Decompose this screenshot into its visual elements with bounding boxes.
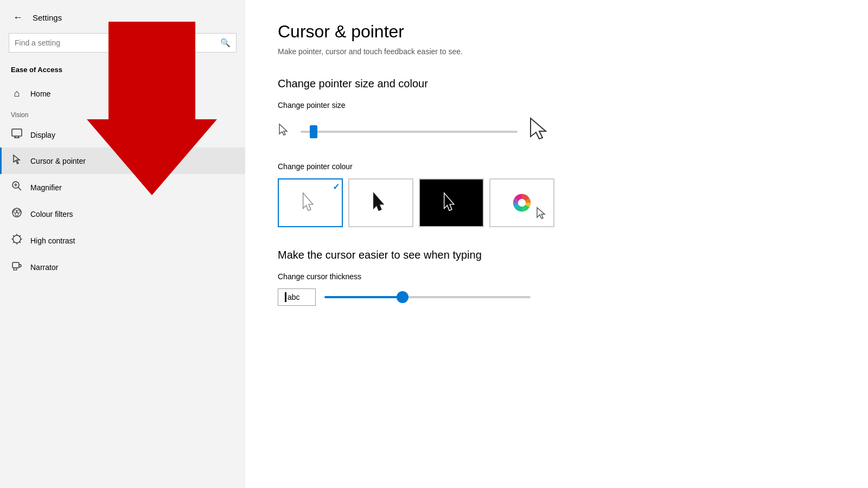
color-wheel-icon (512, 193, 532, 213)
search-box[interactable]: 🔍 (9, 33, 237, 53)
cursor-thickness-label: Change cursor thickness (278, 272, 835, 281)
page-subtitle: Make pointer, cursor and touch feedback … (278, 47, 835, 56)
colour-option-default[interactable] (348, 178, 413, 227)
svg-point-27 (518, 199, 526, 207)
svg-line-21 (13, 235, 14, 236)
pointer-size-label: Change pointer size (278, 101, 835, 110)
sidebar-item-label: High contrast (30, 236, 75, 245)
large-cursor-icon (528, 117, 550, 146)
colour-options: ✓ (278, 178, 835, 227)
svg-rect-1 (12, 129, 22, 136)
sidebar-item-label: Display (30, 131, 55, 139)
sidebar-item-label: Magnifier (30, 183, 62, 192)
pointer-section-title: Change pointer size and colour (278, 78, 835, 90)
sidebar-item-narrator[interactable]: Narrator (0, 254, 245, 280)
sidebar-item-colour-filters[interactable]: Colour filters (0, 201, 245, 227)
svg-rect-22 (12, 262, 19, 268)
narrator-icon (11, 260, 23, 274)
sidebar: ← Settings 🔍 Ease of Access ⌂ Home Visio… (0, 0, 245, 488)
ease-of-access-label: Ease of Access (0, 61, 245, 81)
search-input[interactable] (9, 38, 215, 47)
cursor-thickness-slider[interactable] (324, 296, 531, 298)
sidebar-item-label: Cursor & pointer (30, 157, 86, 165)
cursor-section-title: Make the cursor easier to see when typin… (278, 249, 835, 261)
search-button[interactable]: 🔍 (215, 38, 236, 48)
page-title: Cursor & pointer (278, 22, 835, 42)
svg-point-13 (13, 235, 21, 243)
search-icon: 🔍 (220, 38, 231, 47)
svg-point-12 (15, 213, 18, 216)
cursor-bar (285, 292, 286, 302)
sidebar-item-high-contrast[interactable]: High contrast (0, 227, 245, 254)
pointer-size-slider-container (278, 117, 835, 146)
cursor-thickness-slider-thumb[interactable] (397, 291, 409, 303)
colour-option-custom[interactable] (489, 178, 554, 227)
sidebar-item-home[interactable]: ⌂ Home (0, 81, 245, 106)
sidebar-item-label: Home (30, 89, 50, 98)
sidebar-item-label: Narrator (30, 263, 58, 272)
small-cursor-icon (278, 123, 290, 140)
high-contrast-icon (11, 234, 23, 247)
sidebar-item-magnifier[interactable]: Magnifier (0, 174, 245, 201)
svg-line-20 (20, 242, 21, 243)
svg-line-18 (20, 235, 21, 236)
colour-filters-icon (11, 207, 23, 221)
settings-title: Settings (33, 13, 62, 22)
pointer-size-slider-thumb[interactable] (310, 125, 317, 138)
slider-fill (324, 296, 403, 298)
cursor-preview-box: abc (278, 288, 316, 306)
colour-option-white[interactable]: ✓ (278, 178, 343, 227)
back-button[interactable]: ← (11, 10, 25, 25)
white-cursor-icon (301, 192, 320, 214)
sidebar-item-cursor[interactable]: Cursor & pointer (0, 147, 245, 174)
cursor-preview-text: abc (288, 293, 300, 301)
pointer-colour-label: Change pointer colour (278, 162, 835, 171)
svg-line-19 (13, 242, 14, 243)
back-icon: ← (13, 12, 23, 23)
sidebar-item-display[interactable]: Display (0, 122, 245, 147)
magnifier-icon (11, 181, 23, 194)
colour-option-black[interactable] (419, 178, 484, 227)
home-icon: ⌂ (11, 88, 23, 99)
sidebar-item-label: Colour filters (30, 210, 73, 219)
display-icon (11, 129, 23, 141)
black-cursor-icon (442, 192, 461, 214)
vision-section-label: Vision (0, 106, 245, 122)
cursor-thickness-container: abc (278, 288, 835, 306)
svg-line-6 (18, 188, 22, 191)
sidebar-header: ← Settings (0, 0, 245, 33)
selected-checkmark: ✓ (333, 182, 340, 192)
default-cursor-icon (371, 192, 391, 214)
main-content: Cursor & pointer Make pointer, cursor an… (245, 0, 868, 488)
pointer-size-slider[interactable] (301, 131, 518, 133)
cursor-pointer-icon (11, 154, 23, 168)
custom-cursor-icon (536, 207, 548, 221)
